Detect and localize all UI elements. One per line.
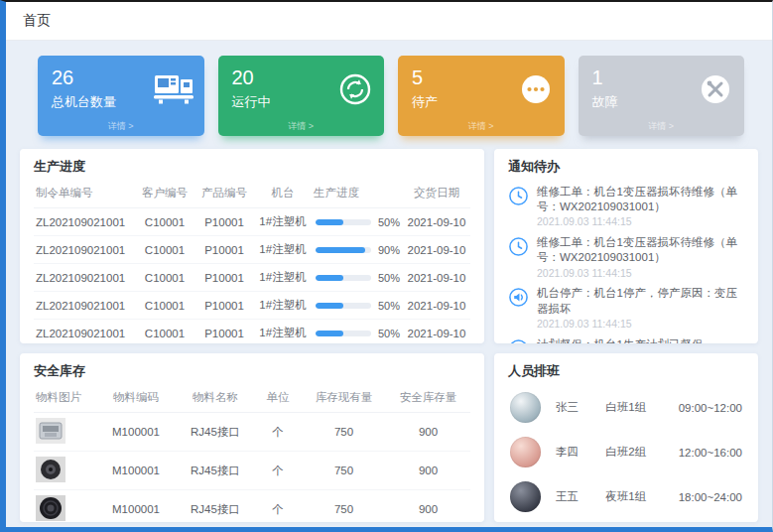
table-header-row: 物料图片 物料编码 物料名称 单位 库存现有量 安全库存量 [34,385,470,413]
notice-text-block: 计划督促：机台1生产计划已督促 2021.09.03 11:44:15 [537,337,703,343]
cell-order-no: ZL202109021001 [34,236,135,264]
cell-material-code: M100001 [95,413,177,452]
table-row: ZL202109021001 C10001 P10001 1#注塑机 50% 2… [34,208,470,236]
rj45-connector-photo [36,418,65,446]
progress-bar [316,219,343,225]
cell-progress: 50% [312,208,403,236]
cell-current-stock: 750 [302,413,386,452]
col-safety-stock: 安全库存量 [386,385,470,413]
notice-item[interactable]: 机台停产：机台1停产，停产原因：变压器损坏 2021.09.03 11:44:1… [494,282,758,332]
progress-track [316,303,371,309]
col-material-code: 物料编码 [95,385,177,413]
speaker-icon [508,287,529,308]
cell-customer-no: C10001 [135,236,194,264]
cell-delivery-date: 2021-09-10 [403,320,470,344]
history-clock-icon [508,186,529,206]
shift-label: 白班2组 [605,445,678,460]
detail-link[interactable]: 详情 > [592,120,731,133]
cell-machine: 1#注塑机 [254,236,312,264]
notice-text: 维修工单：机台1变压器损坏待维修（单号：WX202109031001） [537,235,744,265]
schedule-row: 张三 白班1组 09:00~12:00 [494,385,758,430]
cell-order-no: ZL202109021001 [34,292,135,320]
cell-current-stock: 750 [302,490,386,523]
notice-item[interactable]: 维修工单：机台1变压器损坏待维修（单号：WX202109031001） 2021… [494,231,758,282]
detail-link[interactable]: 详情 > [52,120,191,133]
notice-time: 2021.09.03 11:44:15 [537,267,744,281]
cell-progress: 50% [312,292,403,320]
detail-link[interactable]: 详情 > [232,120,371,133]
stat-card-fault: 1 故障 详情 > [579,56,745,136]
col-current-stock: 库存现有量 [302,385,386,413]
panel-title: 通知待办 [494,149,758,181]
cell-delivery-date: 2021-09-10 [403,264,470,292]
cell-material-code: M100001 [95,452,177,490]
progress-label: 50% [378,216,400,228]
safety-stock-panel: 安全库存 物料图片 物料编码 物料名称 单位 库存现有量 安全库存量 [20,353,484,522]
dashboard-content: 26 总机台数量 详情 > 20 运行中 详情 > 5 待产 [6,41,772,527]
col-machine: 机台 [254,181,312,208]
shift-label: 夜班1组 [605,489,678,504]
cell-unit: 个 [254,490,302,523]
avatar [510,392,541,423]
cell-delivery-date: 2021-09-10 [403,292,470,320]
page-title: 首页 [23,12,51,30]
shift-time: 12:00~16:00 [679,447,742,459]
cell-unit: 个 [254,413,302,452]
schedule-row: 王五 夜班1组 18:00~24:00 [494,474,758,519]
table-row: M100001 RJ45接口 个 750 900 [34,452,470,490]
progress-bar [316,303,343,309]
cell-product-no: P10001 [194,292,254,320]
col-unit: 单位 [254,385,302,413]
cell-material-photo [34,490,95,523]
table-row: ZL202109021001 C10001 P10001 1#注塑机 50% 2… [34,292,470,320]
panel-title: 生产进度 [20,149,484,181]
shift-label: 白班1组 [605,400,678,415]
progress-track [316,247,371,253]
cell-material-name: RJ45接口 [177,413,254,452]
panel-title: 安全库存 [20,353,484,385]
person-name: 张三 [556,400,605,415]
avatar [510,437,541,467]
progress-track [316,219,371,225]
notice-panel: 通知待办 维修工单：机台1变压器损坏待维修（单号：WX202109031001）… [494,149,758,343]
cell-customer-no: C10001 [135,208,194,236]
notice-text: 计划督促：机台1生产计划已督促 [537,337,703,343]
cell-material-photo [34,413,95,452]
notice-item[interactable]: 维修工单：机台1变压器损坏待维修（单号：WX202109031001） 2021… [494,181,758,231]
cell-product-no: P10001 [194,236,254,264]
running-sync-icon [337,71,373,111]
top-bar: 首页 [6,2,772,41]
notice-time: 2021.09.03 11:44:15 [537,215,744,229]
production-table: 制令单编号 客户编号 产品编号 机台 生产进度 交货日期 ZL202109021… [34,181,470,343]
dashboard-window: 首页 26 总机台数量 详情 > 20 运行中 详情 > 5 [0,0,773,532]
col-order-no: 制令单编号 [34,181,135,208]
progress-bar [316,275,343,281]
table-row: ZL202109021001 C10001 P10001 1#注塑机 90% 2… [34,236,470,264]
cell-product-no: P10001 [194,264,254,292]
schedule-panel: 人员排班 张三 白班1组 09:00~12:00 李四 白班2组 12:00~1… [494,353,758,522]
cell-machine: 1#注塑机 [254,208,312,236]
speaker-part-photo [36,495,65,522]
progress-label: 50% [378,328,400,339]
cell-customer-no: C10001 [135,264,194,292]
notice-text-block: 维修工单：机台1变压器损坏待维修（单号：WX202109031001） 2021… [537,185,744,229]
detail-link[interactable]: 详情 > [412,120,551,133]
notice-item[interactable]: 计划督促：机台1生产计划已督促 2021.09.03 11:44:15 [494,333,758,343]
cell-product-no: P10001 [194,208,254,236]
cell-progress: 50% [312,320,403,344]
progress-label: 90% [378,244,400,256]
cell-material-name: RJ45接口 [177,452,254,490]
cell-customer-no: C10001 [135,292,194,320]
progress-bar [316,247,365,253]
panel-title: 人员排班 [494,353,758,385]
panels-grid: 生产进度 制令单编号 客户编号 产品编号 机台 生产进度 交货日期 [20,149,758,522]
ellipsis-icon [518,71,554,111]
table-row: M100001 RJ45接口 个 750 900 [34,413,470,452]
notice-text: 机台停产：机台1停产，停产原因：变压器损坏 [537,286,744,316]
cell-order-no: ZL202109021001 [34,320,135,344]
cell-machine: 1#注塑机 [254,320,312,344]
speaker-icon [508,338,529,343]
schedule-row: 李四 白班2组 12:00~16:00 [494,430,758,474]
col-material-photo: 物料图片 [34,385,95,413]
progress-label: 50% [378,272,400,284]
